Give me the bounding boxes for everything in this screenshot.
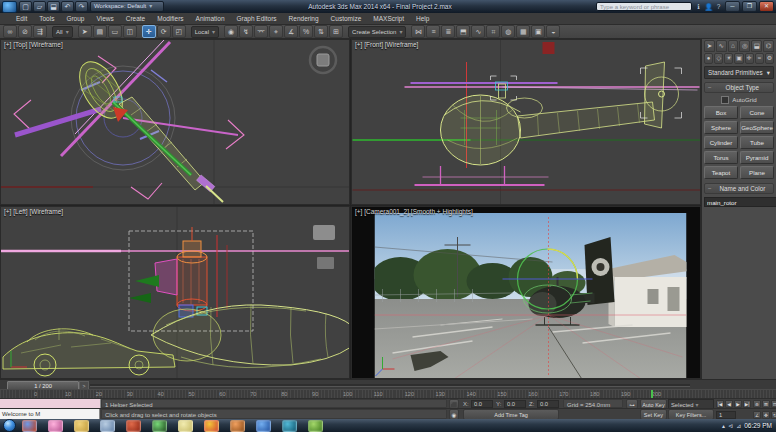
window-crossing-icon[interactable]: ◫ <box>123 25 137 38</box>
taskbar-app-3dsmax[interactable] <box>282 420 297 432</box>
gray-box-object[interactable] <box>313 225 335 240</box>
use-pivot-center-icon[interactable]: ◉ <box>224 25 238 38</box>
z-coord-field[interactable] <box>537 400 559 408</box>
save-file-icon[interactable]: ⬓ <box>47 1 60 12</box>
material-editor-icon[interactable]: ◍ <box>501 25 515 38</box>
y-coord-field[interactable] <box>504 400 526 408</box>
menu-item[interactable]: MAXScript <box>367 13 410 25</box>
application-menu-button[interactable] <box>2 1 17 13</box>
select-object-icon[interactable]: ➤ <box>78 25 92 38</box>
menu-item[interactable]: Animation <box>190 13 231 25</box>
bind-to-space-warp-icon[interactable]: ⇶ <box>33 25 47 38</box>
taskbar-clock[interactable]: 06:29 PM <box>744 422 772 429</box>
menu-item[interactable]: Modifiers <box>151 13 189 25</box>
field-of-view-icon[interactable]: ∠ <box>753 411 761 419</box>
zoom-all-icon[interactable]: ⊞ <box>762 400 770 408</box>
zoom-icon[interactable]: ⊕ <box>753 400 761 408</box>
select-by-name-icon[interactable]: ▤ <box>93 25 107 38</box>
viewport-front-label[interactable]: [+] [Front] [Wireframe] <box>355 41 418 48</box>
object-name-input[interactable] <box>704 197 776 207</box>
primitive-button[interactable]: Pyramid <box>740 151 774 164</box>
undo-icon[interactable]: ↶ <box>61 1 74 12</box>
mirror-icon[interactable]: ⋈ <box>411 25 425 38</box>
keyboard-override-icon[interactable]: ⌤ <box>254 25 268 38</box>
render-production-icon[interactable]: ◒ <box>546 25 560 38</box>
helicopter-fuselage-wireframe[interactable] <box>151 304 350 368</box>
edit-named-sets-icon[interactable]: ⊞ <box>329 25 343 38</box>
named-selection-set-dropdown[interactable]: Create Selection <box>348 26 406 38</box>
open-file-icon[interactable]: ▱ <box>33 1 46 12</box>
primitive-button[interactable]: Tube <box>740 136 774 149</box>
taskbar-app-movie-maker[interactable] <box>100 420 115 432</box>
helpers-icon[interactable]: ✛ <box>745 53 754 64</box>
primitive-button[interactable]: Torus <box>704 151 738 164</box>
menu-item[interactable]: Graph Editors <box>231 13 283 25</box>
menu-item[interactable]: Help <box>410 13 435 25</box>
modify-tab-icon[interactable]: ∿ <box>716 40 727 52</box>
menu-item[interactable]: Views <box>90 13 119 25</box>
redo-icon[interactable]: ↷ <box>75 1 88 12</box>
menu-item[interactable]: Group <box>60 13 90 25</box>
network-icon[interactable]: ⊿ <box>736 422 741 429</box>
show-hidden-icons[interactable]: ▴ <box>722 422 725 429</box>
select-and-scale-icon[interactable]: ◰ <box>172 25 186 38</box>
new-scene-icon[interactable]: ▢ <box>19 1 32 12</box>
render-setup-icon[interactable]: ▦ <box>516 25 530 38</box>
viewport-top[interactable]: [+] [Top] [Wireframe] <box>0 39 350 205</box>
select-and-link-icon[interactable]: ∞ <box>3 25 17 38</box>
select-and-move-icon[interactable]: ✛ <box>142 25 156 38</box>
info-center-icon[interactable]: ℹ <box>694 2 703 11</box>
gray-box-object[interactable] <box>317 257 334 269</box>
reference-coordinate-dropdown[interactable]: Local <box>191 26 219 38</box>
taskbar-app-folder[interactable] <box>74 420 89 432</box>
rendered-frame-icon[interactable]: ▣ <box>531 25 545 38</box>
rectangular-selection-icon[interactable]: ▭ <box>108 25 122 38</box>
taskbar-app-firefox[interactable] <box>22 420 37 432</box>
unlink-selection-icon[interactable]: ⊘ <box>18 25 32 38</box>
geometry-icon[interactable]: ● <box>704 53 713 64</box>
primitive-button[interactable]: GeoSphere <box>740 121 774 134</box>
sign-in-icon[interactable]: 👤 <box>704 2 713 11</box>
viewport-front[interactable]: [+] [Front] [Wireframe] <box>351 39 701 205</box>
taskbar-app-browser[interactable] <box>256 420 271 432</box>
align-icon[interactable]: ≡ <box>426 25 440 38</box>
pan-view-icon[interactable]: ✥ <box>762 411 770 419</box>
primitive-button[interactable]: Sphere <box>704 121 738 134</box>
taskbar-app-installer[interactable] <box>126 420 141 432</box>
viewport-left-label[interactable]: [+] [Left] [Wireframe] <box>4 208 63 215</box>
time-slider-track[interactable] <box>90 384 690 387</box>
viewcube[interactable] <box>310 47 336 73</box>
help-icon[interactable]: ? <box>714 2 723 11</box>
primitive-button[interactable]: Box <box>704 106 738 119</box>
helicopter-top-wireframe[interactable] <box>15 40 238 202</box>
primitive-button[interactable]: Plane <box>740 166 774 179</box>
taskbar-app-green-tool[interactable] <box>308 420 323 432</box>
menu-item[interactable]: Rendering <box>283 13 325 25</box>
selection-filter-dropdown[interactable]: All <box>52 26 73 38</box>
display-tab-icon[interactable]: ⬓ <box>751 40 762 52</box>
orbit-icon[interactable]: ↻ <box>771 411 776 419</box>
volume-icon[interactable]: ⊲ <box>728 422 733 429</box>
shapes-icon[interactable]: ◇ <box>714 53 723 64</box>
x-coord-field[interactable] <box>471 400 493 408</box>
layer-manager-icon[interactable]: ≣ <box>441 25 455 38</box>
create-tab-icon[interactable]: ➤ <box>704 40 715 52</box>
minimize-button[interactable]: ─ <box>725 1 740 12</box>
menu-item[interactable]: Customize <box>325 13 368 25</box>
car-wireframe[interactable] <box>3 328 175 376</box>
snaps-toggle-icon[interactable]: ⌖ <box>269 25 283 38</box>
rotor-hub-assembly[interactable] <box>129 227 227 317</box>
viewport-left[interactable]: [+] [Left] [Wireframe] <box>0 206 350 379</box>
workspace-dropdown[interactable]: Workspace: Default <box>90 1 164 12</box>
angle-snap-icon[interactable]: ∡ <box>284 25 298 38</box>
select-and-manipulate-icon[interactable]: ↯ <box>239 25 253 38</box>
taskbar-app-notes[interactable] <box>178 420 193 432</box>
object-type-rollout-header[interactable]: Object Type <box>704 82 774 93</box>
start-button[interactable] <box>3 419 16 432</box>
go-to-start-icon[interactable]: |◀ <box>716 400 724 408</box>
zoom-extents-icon[interactable]: ⊡ <box>771 400 776 408</box>
primitive-category-dropdown[interactable]: Standard Primitives▾ <box>704 66 774 79</box>
menu-item[interactable]: Edit <box>10 13 33 25</box>
curve-editor-icon[interactable]: ∿ <box>471 25 485 38</box>
systems-icon[interactable]: ⚙ <box>765 53 774 64</box>
